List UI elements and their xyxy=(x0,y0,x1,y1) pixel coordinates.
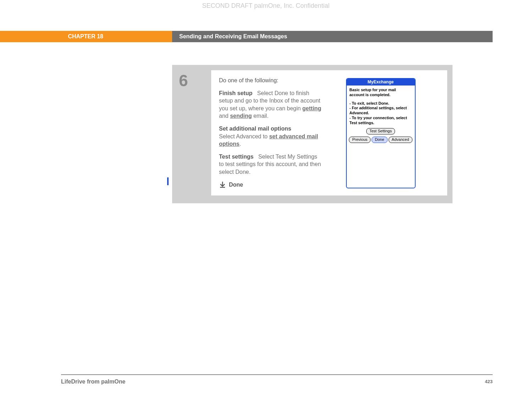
palm-line-1: Basic setup for your mail account is com… xyxy=(350,88,412,98)
footer-rule xyxy=(61,374,493,375)
finish-setup-text-2: and xyxy=(219,113,230,119)
done-arrow-icon xyxy=(219,181,226,188)
page: SECOND DRAFT palmOne, Inc. Confidential … xyxy=(39,0,493,397)
step-intro: Do one of the following: xyxy=(219,77,322,84)
additional-options-label: Set additional mail options xyxy=(219,126,291,132)
screenshot-column: MyExchange Basic setup for your mail acc… xyxy=(322,77,439,188)
change-bar-icon xyxy=(167,177,169,185)
additional-options-paragraph: Set additional mail options Select Advan… xyxy=(219,125,322,148)
palm-window-title: MyExchange xyxy=(347,79,415,86)
chapter-bar: CHAPTER 18 Sending and Receiving Email M… xyxy=(0,31,493,42)
step-number-column: 6 xyxy=(177,70,211,195)
step-number: 6 xyxy=(179,71,211,90)
test-settings-paragraph: Test settings Select Test My Settings to… xyxy=(219,153,322,176)
palm-window: MyExchange Basic setup for your mail acc… xyxy=(346,78,416,188)
watermark-text: SECOND DRAFT palmOne, Inc. Confidential xyxy=(39,2,493,10)
test-settings-button[interactable]: Test Settings xyxy=(366,128,395,134)
chapter-label: CHAPTER 18 xyxy=(0,31,172,42)
test-settings-label: Test settings xyxy=(219,154,254,160)
finish-setup-text-3: email. xyxy=(252,113,268,119)
palm-bullet-1: - To exit, select Done. xyxy=(350,101,412,106)
palm-bullet-2: - For additional settings, select Advanc… xyxy=(350,106,412,116)
instruction-text: Do one of the following: Finish setup Se… xyxy=(219,77,322,188)
palm-button-row-1: Test Settings xyxy=(350,128,412,134)
finish-setup-paragraph: Finish setup Select Done to finish setup… xyxy=(219,89,322,120)
chapter-title: Sending and Receiving Email Messages xyxy=(172,31,493,42)
step-block: 6 Do one of the following: Finish setup … xyxy=(172,65,453,203)
footer-page-number: 423 xyxy=(485,379,493,384)
palm-button-row-2: Previous Done Advanced xyxy=(350,137,412,143)
additional-options-text-1: Select Advanced to xyxy=(219,133,269,139)
advanced-button[interactable]: Advanced xyxy=(389,137,412,143)
footer-product: LifeDrive from palmOne xyxy=(61,379,125,385)
done-button[interactable]: Done xyxy=(372,137,387,143)
palm-bullet-3: - To try your connection, select Test se… xyxy=(350,116,412,126)
palm-window-body: Basic setup for your mail account is com… xyxy=(347,86,415,146)
getting-link[interactable]: getting xyxy=(302,105,321,111)
additional-options-text-2: . xyxy=(240,141,241,147)
sending-link[interactable]: sending xyxy=(230,113,252,119)
previous-button[interactable]: Previous xyxy=(349,137,371,143)
done-row: Done xyxy=(219,181,322,189)
finish-setup-label: Finish setup xyxy=(219,90,252,96)
done-label: Done xyxy=(229,181,243,189)
step-content: Do one of the following: Finish setup Se… xyxy=(211,70,447,195)
